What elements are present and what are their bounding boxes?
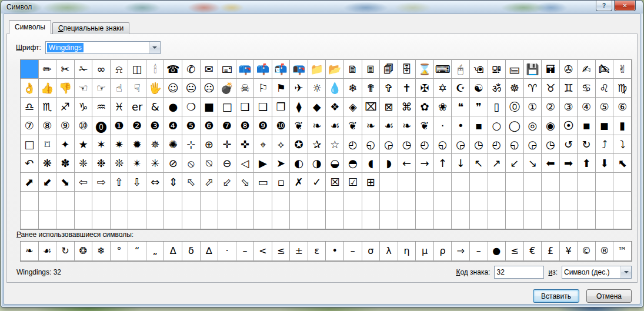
symbol-cell[interactable]: ☟ (128, 79, 146, 98)
symbol-cell[interactable]: ■ (201, 98, 219, 116)
recent-symbol-cell[interactable]: · (218, 242, 236, 261)
symbol-cell[interactable]: ⊹ (182, 135, 201, 154)
symbol-cell[interactable]: ⬁ (182, 173, 201, 192)
symbol-cell[interactable]: ☝ (111, 79, 129, 98)
symbol-cell[interactable]: ❑ (254, 98, 272, 116)
symbol-cell[interactable]: ◓ (344, 154, 362, 173)
symbol-cell[interactable]: ↓ (452, 154, 470, 173)
symbol-cell[interactable]: ❻ (201, 116, 219, 135)
recent-symbol-cell[interactable]: ® (596, 242, 614, 261)
symbol-cell[interactable]: ✌ (613, 60, 632, 79)
recent-symbol-cell[interactable]: ≤ (506, 242, 524, 261)
symbol-cell[interactable]: ♉ (542, 79, 560, 98)
symbol-cell[interactable]: 💾 (524, 60, 542, 79)
symbol-cell[interactable]: ➤ (272, 154, 291, 173)
recent-symbol-cell[interactable]: < (254, 242, 272, 261)
symbol-cell[interactable]: ♒ (92, 98, 111, 116)
symbol-cell[interactable]: ▫ (272, 173, 291, 192)
symbol-cell[interactable]: ❧ (308, 116, 326, 135)
symbol-cell[interactable]: ⇔ (146, 173, 165, 192)
symbol-cell[interactable]: ⧫ (290, 98, 308, 116)
symbol-cell[interactable]: ❧ (398, 116, 416, 135)
symbol-cell[interactable]: 🕯 (146, 60, 165, 79)
symbol-cell[interactable]: ✷ (111, 135, 129, 154)
insert-button[interactable]: Вставить (533, 289, 579, 303)
symbol-cell[interactable]: ❾ (254, 116, 272, 135)
symbol-cell[interactable]: ↖ (470, 154, 488, 173)
symbol-cell[interactable]: ⇧ (111, 173, 129, 192)
recent-symbol-cell[interactable]: μ (416, 242, 434, 261)
symbol-cell[interactable]: ⊖ (218, 154, 236, 173)
symbol-cell[interactable]: ◒ (326, 154, 344, 173)
symbol-cell[interactable]: ⇦ (75, 173, 93, 192)
recent-symbol-cell[interactable]: ™ (613, 242, 632, 261)
tab-special-characters[interactable]: Специальные знаки (52, 22, 129, 34)
symbol-cell[interactable]: ◵ (362, 135, 381, 154)
close-button[interactable]: ✕ (614, 1, 636, 11)
recent-symbol-cell[interactable]: € (524, 242, 542, 261)
symbol-cell[interactable]: ❶ (111, 116, 129, 135)
symbol-cell[interactable]: ↗ (488, 154, 506, 173)
symbol-cell[interactable]: ▯ (488, 98, 506, 116)
symbol-cell[interactable]: 🖲 (470, 60, 488, 79)
symbol-cell[interactable]: ⚐ (254, 79, 272, 98)
symbol-cell[interactable]: 🖐 (146, 79, 165, 98)
recent-symbol-cell[interactable]: ❧ (21, 242, 39, 261)
symbol-cell[interactable]: 📂 (326, 60, 344, 79)
symbol-cell[interactable]: ♋ (578, 79, 596, 98)
symbol-cell[interactable]: ◴ (416, 135, 434, 154)
symbol-cell[interactable]: ♌ (596, 79, 614, 98)
symbol-cell[interactable]: ⑥ (613, 98, 632, 116)
symbol-cell[interactable]: ☪ (452, 79, 470, 98)
symbol-cell[interactable]: ❦ (290, 116, 308, 135)
symbol-cell[interactable]: ✺ (164, 135, 182, 154)
recent-symbol-cell[interactable]: ↻ (56, 242, 75, 261)
title-bar[interactable]: Символ ? ✕ (1, 1, 643, 14)
symbol-cell[interactable]: ☼ (308, 79, 326, 98)
symbol-cell[interactable]: ⓿ (92, 116, 111, 135)
symbol-cell[interactable]: ▭ (254, 173, 272, 192)
symbol-cell[interactable]: ✂ (56, 60, 75, 79)
symbol-cell[interactable]: ◾ (578, 116, 596, 135)
symbol-cell[interactable]: ❹ (164, 116, 182, 135)
symbol-cell[interactable]: ☸ (506, 79, 524, 98)
symbol-cell[interactable]: ⬉ (613, 154, 632, 173)
symbol-cell[interactable]: ✵ (146, 135, 165, 154)
symbol-cell[interactable]: ॐ (488, 79, 506, 98)
symbol-cell[interactable]: ⌑ (39, 135, 57, 154)
symbol-cell[interactable]: ◴ (344, 135, 362, 154)
recent-symbol-cell[interactable]: ❂ (75, 242, 93, 261)
symbol-cell[interactable]: ⬋ (39, 173, 57, 192)
symbol-cell[interactable]: 🗐 (380, 60, 398, 79)
symbol-cell[interactable]: ◶ (452, 135, 470, 154)
symbol-cell[interactable]: ✹ (128, 135, 146, 154)
symbol-cell[interactable]: ☞ (92, 79, 111, 98)
symbol-cell[interactable]: 😐 (182, 79, 201, 98)
symbol-cell[interactable]: ⦸ (182, 154, 201, 173)
symbol-cell[interactable]: • (452, 116, 470, 135)
symbol-cell[interactable]: → (416, 154, 434, 173)
symbol-cell[interactable]: ◷ (398, 135, 416, 154)
symbol-cell[interactable]: ❈ (75, 154, 93, 173)
symbol-cell[interactable]: ☙ (326, 116, 344, 135)
symbol-cell[interactable]: · (434, 116, 452, 135)
symbol-cell[interactable]: ❉ (92, 154, 111, 173)
symbol-cell[interactable]: ∞ (92, 60, 111, 79)
recent-symbol-cell[interactable]: ± (290, 242, 308, 261)
recent-symbol-cell[interactable]: © (578, 242, 596, 261)
tab-symbols[interactable]: Символы (9, 20, 51, 34)
symbol-cell[interactable]: ☺ (164, 79, 182, 98)
recent-symbol-cell[interactable]: ≤ (272, 242, 291, 261)
symbol-cell[interactable]: ♐ (56, 98, 75, 116)
symbol-cell[interactable]: ❀ (434, 98, 452, 116)
symbol-cell[interactable]: ♍ (613, 79, 632, 98)
symbol-cell[interactable]: ⊞ (362, 173, 381, 192)
symbol-cell[interactable]: ✈ (290, 79, 308, 98)
symbol-cell[interactable]: ◵ (434, 135, 452, 154)
symbol-cell[interactable]: ⦿ (560, 116, 578, 135)
symbol-cell[interactable]: ⬅ (542, 154, 560, 173)
symbol-cell[interactable]: ♑ (75, 98, 93, 116)
symbol-cell[interactable]: ❞ (470, 98, 488, 116)
symbol-cell[interactable]: ☆ (326, 135, 344, 154)
symbol-cell[interactable]: ④ (578, 98, 596, 116)
